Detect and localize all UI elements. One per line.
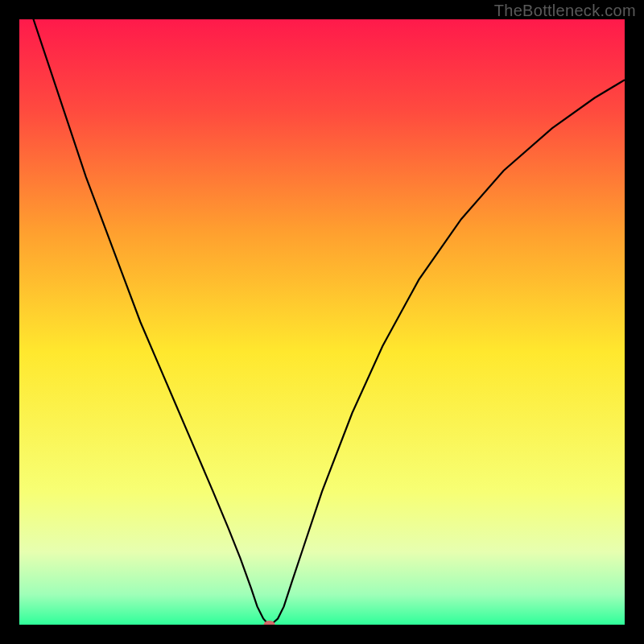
chart-frame: TheBottleneck.com [0,0,644,644]
gradient-background [19,19,625,625]
bottleneck-chart-svg [19,19,625,625]
plot-area [19,19,625,625]
watermark-text: TheBottleneck.com [494,2,636,20]
